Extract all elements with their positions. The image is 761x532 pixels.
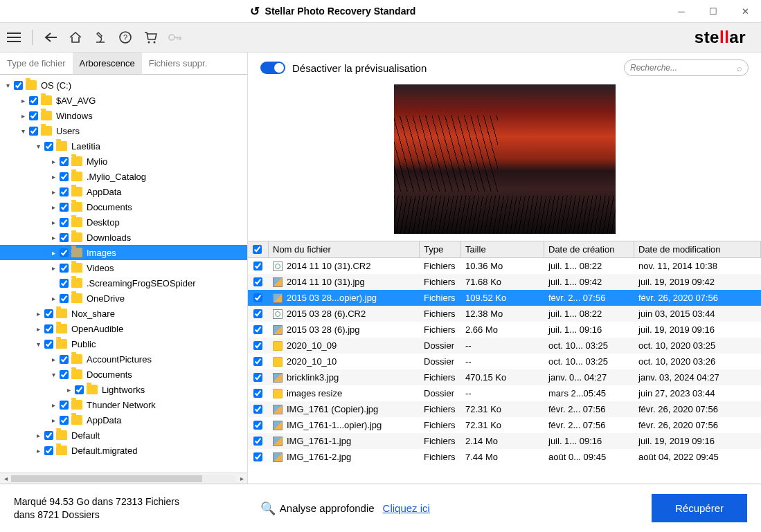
- tree-twist-icon[interactable]: ▾: [48, 369, 58, 379]
- menu-icon[interactable]: [6, 29, 22, 46]
- table-row[interactable]: 2020_10_09Dossier--oct. 10... 03:25oct. …: [248, 338, 761, 354]
- tree-twist-icon[interactable]: [48, 278, 58, 288]
- row-checkbox[interactable]: [253, 341, 262, 350]
- tab-tree[interactable]: Arborescence: [73, 53, 142, 74]
- tab-deleted[interactable]: Fichiers suppr.: [142, 53, 215, 74]
- tree-item[interactable]: ▾Public: [0, 336, 247, 351]
- tree-checkbox[interactable]: [60, 157, 69, 166]
- row-checkbox[interactable]: [253, 277, 262, 286]
- tree-twist-icon[interactable]: ▸: [48, 217, 58, 227]
- row-checkbox[interactable]: [253, 421, 262, 430]
- close-button[interactable]: ✕: [729, 0, 761, 22]
- tree-item[interactable]: ▾OS (C:): [0, 77, 247, 93]
- tree-item[interactable]: ▸.Mylio_Catalog: [0, 169, 247, 184]
- search-icon[interactable]: ⌕: [737, 63, 742, 73]
- back-icon[interactable]: [42, 29, 59, 46]
- scroll-right-icon[interactable]: ▸: [236, 475, 247, 482]
- tree-twist-icon[interactable]: ▾: [33, 141, 43, 151]
- tree-twist-icon[interactable]: ▸: [48, 248, 58, 257]
- scroll-left-icon[interactable]: ◂: [0, 475, 11, 482]
- table-row[interactable]: 2015 03 28...opier).jpgFichiers109.52 Ko…: [248, 290, 761, 306]
- table-row[interactable]: 2015 03 28 (6).jpgFichiers2.66 Mojuil. 1…: [248, 322, 761, 338]
- col-name[interactable]: Nom du fichier: [269, 241, 420, 257]
- table-row[interactable]: 2014 11 10 (31).CR2Fichiers10.36 Mojuil.…: [248, 258, 761, 274]
- tree-twist-icon[interactable]: ▸: [33, 446, 43, 455]
- search-input[interactable]: [630, 63, 733, 73]
- row-checkbox[interactable]: [253, 309, 262, 318]
- tree-item[interactable]: ▸Windows: [0, 108, 247, 123]
- tree-twist-icon[interactable]: ▸: [48, 354, 58, 364]
- tree-item[interactable]: ▸AppData: [0, 412, 247, 428]
- tree-checkbox[interactable]: [60, 218, 69, 227]
- table-row[interactable]: images resizeDossier--mars 2...05:45juin…: [248, 385, 761, 401]
- row-checkbox[interactable]: [253, 373, 262, 382]
- tree-checkbox[interactable]: [60, 233, 69, 242]
- row-checkbox[interactable]: [253, 452, 262, 461]
- tree-checkbox[interactable]: [44, 309, 53, 318]
- tree-item[interactable]: ▸Thunder Network: [0, 397, 247, 412]
- tree-item[interactable]: ▾Documents: [0, 367, 247, 382]
- tree-item[interactable]: .ScreamingFrogSEOSpider: [0, 275, 247, 291]
- table-row[interactable]: 2015 03 28 (6).CR2Fichiers12.38 Mojuil. …: [248, 306, 761, 322]
- maximize-button[interactable]: ☐: [697, 0, 729, 22]
- col-created[interactable]: Date de création: [544, 241, 634, 257]
- tree-twist-icon[interactable]: ▸: [33, 430, 43, 440]
- tree-checkbox[interactable]: [44, 340, 53, 349]
- table-row[interactable]: IMG_1761-1...opier).jpgFichiers72.31 Kof…: [248, 417, 761, 433]
- tab-filetype[interactable]: Type de fichier: [0, 53, 73, 74]
- deep-scan-link[interactable]: Cliquez ici: [383, 502, 430, 514]
- tree-twist-icon[interactable]: ▸: [48, 293, 58, 303]
- col-modified[interactable]: Date de modification: [634, 241, 761, 257]
- tree-twist-icon[interactable]: ▸: [33, 309, 43, 318]
- tree-checkbox[interactable]: [44, 324, 53, 333]
- tree-item[interactable]: ▸Desktop: [0, 214, 247, 230]
- table-row[interactable]: IMG_1761-2.jpgFichiers7.44 Moaoût 0... 0…: [248, 449, 761, 465]
- tree-checkbox[interactable]: [60, 355, 69, 364]
- tree-twist-icon[interactable]: ▸: [48, 156, 58, 166]
- tree-twist-icon[interactable]: ▸: [18, 111, 28, 120]
- tree-checkbox[interactable]: [60, 172, 69, 181]
- col-type[interactable]: Type: [420, 241, 461, 257]
- tree-item[interactable]: ▾Users: [0, 123, 247, 138]
- tree-item[interactable]: ▸AppData: [0, 184, 247, 199]
- tree-item[interactable]: ▸Default.migrated: [0, 443, 247, 458]
- tree-checkbox[interactable]: [60, 248, 69, 257]
- tree-checkbox[interactable]: [29, 96, 38, 105]
- tree-twist-icon[interactable]: ▾: [18, 126, 28, 136]
- row-checkbox[interactable]: [253, 405, 262, 414]
- tree-checkbox[interactable]: [44, 446, 53, 455]
- tree-hscroll[interactable]: ◂ ▸: [0, 473, 247, 484]
- table-row[interactable]: 2020_10_10Dossier--oct. 10... 03:25oct. …: [248, 354, 761, 369]
- tree-item[interactable]: ▸Mylio: [0, 154, 247, 169]
- tree-item[interactable]: ▸OpenAudible: [0, 321, 247, 336]
- preview-toggle[interactable]: [260, 62, 285, 74]
- grid-body[interactable]: 2014 11 10 (31).CR2Fichiers10.36 Mojuil.…: [248, 258, 761, 484]
- tree-item[interactable]: ▾Laetitia: [0, 138, 247, 154]
- tree-item[interactable]: ▸Nox_share: [0, 306, 247, 321]
- search-box[interactable]: ⌕: [624, 59, 749, 76]
- tree-checkbox[interactable]: [14, 81, 23, 90]
- row-checkbox[interactable]: [253, 262, 262, 270]
- tree-checkbox[interactable]: [29, 127, 38, 136]
- col-checkbox[interactable]: [248, 241, 269, 257]
- row-checkbox[interactable]: [253, 293, 262, 302]
- tree-item[interactable]: ▸Lightworks: [0, 382, 247, 397]
- tree-twist-icon[interactable]: ▸: [64, 385, 73, 394]
- col-size[interactable]: Taille: [461, 241, 544, 257]
- tree-twist-icon[interactable]: ▸: [48, 263, 58, 273]
- tree-checkbox[interactable]: [60, 279, 69, 288]
- table-row[interactable]: bricklink3.jpgFichiers470.15 Kojanv. 0..…: [248, 369, 761, 385]
- home-icon[interactable]: [67, 29, 84, 46]
- cart-icon[interactable]: [142, 29, 159, 46]
- tree-twist-icon[interactable]: ▸: [48, 202, 58, 212]
- tree-checkbox[interactable]: [29, 111, 38, 120]
- tree-item[interactable]: ▸AccountPictures: [0, 351, 247, 367]
- tree-checkbox[interactable]: [44, 431, 53, 440]
- tree-twist-icon[interactable]: ▸: [18, 95, 28, 105]
- tree-item[interactable]: ▸$AV_AVG: [0, 93, 247, 108]
- tree-checkbox[interactable]: [60, 294, 69, 303]
- row-checkbox[interactable]: [253, 389, 262, 398]
- scrollbar-thumb[interactable]: [11, 475, 202, 482]
- tree-twist-icon[interactable]: ▸: [48, 172, 58, 181]
- minimize-button[interactable]: ─: [665, 0, 697, 22]
